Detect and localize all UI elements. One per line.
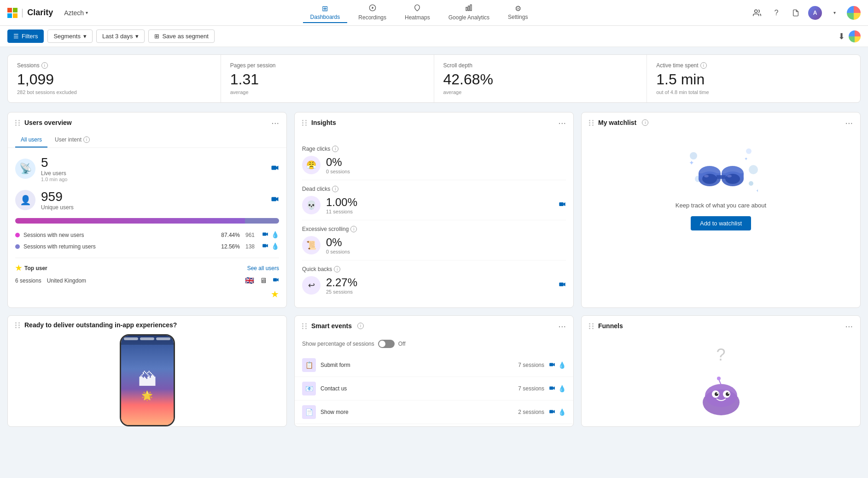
nav-item-recordings[interactable]: Recordings	[351, 2, 394, 24]
users-drag-handle[interactable]	[15, 120, 21, 126]
show-more-video-icon[interactable]	[549, 408, 555, 416]
svg-text:✦: ✦	[744, 156, 748, 161]
insights-options-button[interactable]: ···	[558, 118, 566, 127]
sessions-info-icon[interactable]: i	[41, 62, 48, 69]
nav-item-settings[interactable]: ⚙ Settings	[501, 2, 535, 23]
insights-drag-handle[interactable]	[302, 120, 308, 126]
quick-backs-video-icon[interactable]	[559, 281, 566, 290]
app-promo-drag-handle[interactable]	[15, 322, 21, 328]
app-promo-title: Ready to deliver outstanding in-app expe…	[24, 321, 177, 329]
returning-users-heatmap-icon[interactable]: 💧	[271, 242, 279, 250]
returning-users-dot	[15, 244, 20, 249]
new-users-heatmap-icon[interactable]: 💧	[271, 231, 279, 239]
dead-clicks-video-icon[interactable]	[559, 201, 566, 210]
insight-rage-clicks: Rage clicks i 😤 0% 0 sessions	[302, 140, 566, 180]
quick-backs-info-icon[interactable]: i	[334, 266, 340, 272]
top-user-video-icon[interactable]	[273, 277, 279, 284]
nav-item-heatmaps[interactable]: Heatmaps	[397, 2, 437, 24]
project-selector[interactable]: Aztech ▾	[64, 9, 88, 17]
star-icon: ★	[15, 264, 22, 272]
submit-form-video-icon[interactable]	[549, 361, 555, 369]
user-intent-info-icon[interactable]: i	[83, 136, 90, 143]
submit-form-label: Submit form	[320, 362, 513, 368]
smart-events-card: Smart events i ··· Show percentage of se…	[294, 315, 574, 427]
event-row-submit-form: 📋 Submit form 7 sessions 💧	[295, 354, 573, 377]
rage-clicks-info-icon[interactable]: i	[332, 146, 338, 152]
svg-marker-23	[564, 283, 565, 286]
funnels-drag-handle[interactable]	[589, 323, 594, 329]
unique-users-video-icon[interactable]	[271, 195, 279, 206]
stat-active-time: Active time spent i 1.5 min out of 4.8 m…	[647, 55, 860, 102]
contact-us-label: Contact us	[320, 385, 513, 392]
new-users-dot	[15, 233, 20, 237]
filters-button[interactable]: ☰ Filters	[7, 30, 44, 43]
returning-users-video-icon[interactable]	[262, 242, 268, 250]
contact-us-heatmap-icon[interactable]: 💧	[558, 385, 566, 393]
svg-rect-35	[717, 175, 726, 179]
filter-icon: ☰	[13, 33, 19, 40]
sessions-bar	[15, 218, 279, 224]
live-users-info: 5 Live users 1.0 min ago	[41, 155, 67, 182]
show-more-heatmap-icon[interactable]: 💧	[558, 408, 566, 416]
download-icon[interactable]: ⬇	[838, 31, 845, 41]
date-chevron-icon: ▾	[135, 33, 139, 40]
pps-label: Pages per session	[230, 62, 276, 69]
share-icon[interactable]	[750, 6, 764, 20]
add-to-watchlist-button[interactable]: Add to watchlist	[691, 216, 751, 230]
save-segment-button[interactable]: ⊞ Save as segment	[148, 30, 214, 43]
tab-all-users[interactable]: All users	[15, 133, 47, 148]
user-avatar[interactable]: A	[808, 6, 822, 20]
smart-events-header: Smart events i ···	[295, 316, 573, 336]
nav-heatmaps-label: Heatmaps	[405, 14, 430, 21]
tab-user-intent[interactable]: User intent i	[49, 133, 95, 148]
toolbar-right: ⬇	[838, 30, 861, 42]
excessive-scrolling-info-icon[interactable]: i	[350, 226, 357, 232]
theme-color-circle[interactable]	[847, 6, 861, 20]
nav-item-dashboards[interactable]: ⊞ Dashboards	[303, 2, 348, 23]
svg-rect-12	[272, 197, 277, 201]
watchlist-info-icon[interactable]: i	[642, 119, 648, 126]
pps-sub: average	[230, 89, 425, 95]
returning-users-legend-label: Sessions with returning users	[23, 243, 217, 250]
watchlist-options-button[interactable]: ···	[845, 118, 853, 127]
dead-clicks-info-icon[interactable]: i	[332, 186, 338, 192]
submit-form-heatmap-icon[interactable]: 💧	[558, 361, 566, 369]
new-users-video-icon[interactable]	[262, 231, 268, 239]
sessions-value: 1,099	[17, 71, 211, 88]
user-chevron-icon[interactable]: ▾	[827, 6, 841, 20]
users-overview-header: Users overview ···	[8, 112, 286, 133]
show-percentage-toggle[interactable]	[378, 340, 395, 348]
live-users-video-icon[interactable]	[271, 164, 279, 174]
brand-logo[interactable]: | Clarity	[7, 7, 53, 18]
nav-item-google-analytics[interactable]: Google Analytics	[441, 2, 497, 24]
help-icon[interactable]: ?	[769, 6, 783, 20]
notifications-icon[interactable]	[789, 6, 803, 20]
nav-recordings-label: Recordings	[358, 14, 386, 21]
excessive-scrolling-label: Excessive scrolling	[302, 226, 349, 232]
svg-rect-43	[549, 363, 553, 366]
svg-text:✦: ✦	[689, 159, 694, 166]
toolbar-color-icon[interactable]	[849, 30, 861, 42]
smart-events-options-button[interactable]: ···	[558, 321, 566, 330]
funnels-options-button[interactable]: ···	[845, 321, 853, 330]
new-users-legend-row: Sessions with new users 87.44% 961 💧	[15, 231, 279, 239]
contact-us-video-icon[interactable]	[549, 385, 555, 393]
segments-chevron-icon: ▾	[83, 33, 87, 40]
watchlist-drag-handle[interactable]	[589, 120, 594, 126]
unique-users-info: 959 Unique users	[41, 189, 74, 211]
new-users-actions: 💧	[262, 231, 279, 239]
insight-excessive-scrolling: Excessive scrolling i 📜 0% 0 sessions	[302, 220, 566, 260]
funnels-question-mark: ?	[716, 345, 725, 365]
date-range-button[interactable]: Last 3 days ▾	[96, 30, 145, 43]
active-time-info-icon[interactable]: i	[700, 62, 707, 69]
smart-events-drag-handle[interactable]	[302, 323, 308, 329]
quick-backs-value: 2.27%	[326, 276, 357, 289]
users-options-button[interactable]: ···	[271, 118, 279, 127]
see-all-users-link[interactable]: See all users	[247, 265, 279, 271]
segments-button[interactable]: Segments ▾	[47, 30, 93, 43]
top-user-title: ★ Top user	[15, 264, 47, 272]
users-overview-body: 📡 5 Live users 1.0 min ago 👤 959	[8, 148, 286, 307]
svg-rect-6	[466, 7, 467, 10]
show-more-count: 2 sessions	[518, 409, 544, 415]
smart-events-info-icon[interactable]: i	[357, 323, 364, 329]
